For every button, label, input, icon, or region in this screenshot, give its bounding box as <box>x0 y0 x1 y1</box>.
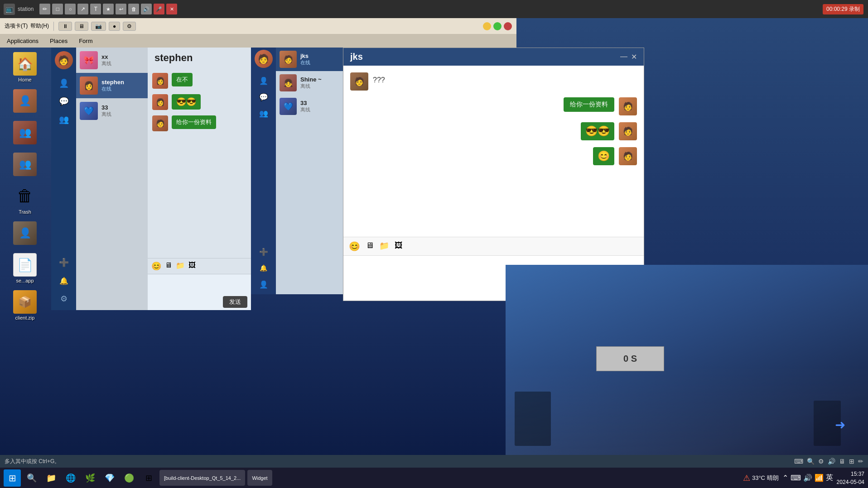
add-friend-icon[interactable]: ➕ <box>56 255 72 270</box>
contact-33[interactable]: 💙 33 离线 <box>76 98 148 124</box>
arrow-icon[interactable]: ↗ <box>77 4 88 14</box>
contact-xx[interactable]: 🎀 xx 离线 <box>76 48 148 73</box>
close-vm-icon[interactable]: ✕ <box>166 4 177 14</box>
chat-detail-stephen: stephen 👩 在不 👩 😎😎 🧑 给你一份资料 😊 🖥 📁 🖼 发送 <box>148 48 251 310</box>
taskbar-blue-app[interactable]: 💎 <box>101 469 118 487</box>
mic-off-icon[interactable]: 🎤 <box>154 4 164 14</box>
taskbar-browser[interactable]: 🌐 <box>62 469 79 487</box>
jks-folder-btn[interactable]: 📁 <box>379 241 389 252</box>
rec-btn[interactable]: ● <box>109 22 120 31</box>
contact-stephen[interactable]: 👩 stephen 在线 <box>76 73 148 98</box>
jks-status: 在线 <box>300 59 310 66</box>
chat2-add-icon[interactable]: ➕ <box>256 244 271 259</box>
zoom-icon[interactable]: 🔍 <box>807 458 815 465</box>
undo-icon[interactable]: ↩ <box>116 4 126 14</box>
jks-screen-btn[interactable]: 🖥 <box>366 241 374 252</box>
jks-emoji-btn[interactable]: 😊 <box>349 241 360 252</box>
chat2-contact-jks[interactable]: 🧑 jks 在线 <box>276 48 343 71</box>
taskbar-clock[interactable]: 15:37 2024-05-04 <box>837 470 864 486</box>
desktop-icon-person3[interactable]: 👥 <box>7 153 43 177</box>
taskbar-task2[interactable]: Widget <box>247 470 272 486</box>
tray-network[interactable]: 📶 <box>815 474 824 482</box>
keyboard-icon[interactable]: ⌨ <box>794 458 803 465</box>
jks-image-btn[interactable]: 🖼 <box>395 241 403 252</box>
layout-icon[interactable]: ⊞ <box>849 458 854 465</box>
tab-places[interactable]: Places <box>48 37 70 45</box>
volume-icon[interactable]: 🔊 <box>141 4 152 14</box>
taskbar-leaf[interactable]: 🌿 <box>82 469 99 487</box>
contacts-icon[interactable]: 👤 <box>56 76 72 91</box>
systray: ⌃ ⌨ 🔊 📶 英 <box>782 473 833 483</box>
square-icon[interactable]: □ <box>52 4 63 14</box>
chat2-user-avatar[interactable]: 🧑 <box>255 50 273 68</box>
desktop-icon-person2[interactable]: 👥 <box>7 121 43 146</box>
record-timer[interactable]: 00:00:29 录制 <box>823 4 863 14</box>
display-btn[interactable]: 🖥 <box>75 22 88 31</box>
chat2-contact-33[interactable]: 💙 33 离线 <box>276 95 343 118</box>
taskbar-task1[interactable]: [build-client-Desktop_Qt_5_14_2... <box>159 470 245 486</box>
chat2-contact-shine[interactable]: 👧 Shine ~ 离线 <box>276 71 343 95</box>
taskbar-squares-app[interactable]: ⊞ <box>140 469 157 487</box>
settings-btn[interactable]: ⚙ <box>123 22 136 31</box>
desktop-icon-person1[interactable]: 👤 <box>7 89 43 114</box>
close-btn[interactable] <box>504 22 512 30</box>
vm-title: station <box>18 6 34 12</box>
highlight-icon[interactable]: ★ <box>103 4 114 14</box>
desktop-icon-home[interactable]: 🏠 Home <box>7 52 43 82</box>
chat3-minimize-btn[interactable]: — <box>620 53 627 61</box>
image-btn-stephen[interactable]: 🖼 <box>188 261 196 271</box>
pause-btn[interactable]: ⏸ <box>58 22 72 31</box>
taskbar-search[interactable]: 🔍 <box>23 469 40 487</box>
jks-msg-row-1: 🧑 ??? <box>350 72 637 91</box>
tab-form[interactable]: Form <box>77 37 95 45</box>
jks-msg-avatar-4: 🧑 <box>619 147 637 165</box>
notification-icon[interactable]: 🔔 <box>56 273 72 288</box>
edit-icon[interactable]: ✏ <box>858 458 863 465</box>
tray-volume[interactable]: 🔊 <box>803 474 812 482</box>
user-avatar[interactable]: 🧑 <box>55 51 73 69</box>
screenshot-btn[interactable]: 📷 <box>91 22 106 31</box>
desktop-icon-trash[interactable]: 🗑 Trash <box>7 184 43 215</box>
stephen-send-btn[interactable]: 发送 <box>223 296 247 308</box>
minimize-btn[interactable] <box>483 22 491 30</box>
circle-icon[interactable]: ○ <box>65 4 76 14</box>
desktop-icon-zip[interactable]: 📦 client.zip <box>7 290 43 321</box>
taskbar-right: ⚠ 33°C 晴朗 ⌃ ⌨ 🔊 📶 英 15:37 2024-05-04 <box>743 470 864 486</box>
speaker-icon[interactable]: 🔊 <box>828 458 835 465</box>
taskbar-green-app[interactable]: 🟢 <box>121 469 138 487</box>
options-menu[interactable]: 选项卡(T) <box>5 22 28 30</box>
screen-share-btn-stephen[interactable]: 🖥 <box>165 261 172 271</box>
tray-keyboard[interactable]: ⌨ <box>791 474 801 482</box>
display-icon2[interactable]: 🖥 <box>839 458 845 465</box>
stephen-toolbar: 😊 🖥 📁 🖼 <box>148 258 251 274</box>
avatar-jks: 🧑 <box>280 51 297 68</box>
folder-btn-stephen[interactable]: 📁 <box>176 261 185 271</box>
chat3-close-btn[interactable]: ✕ <box>631 53 637 61</box>
delete-icon[interactable]: 🗑 <box>128 4 139 14</box>
help-menu[interactable]: 帮助(H) <box>30 22 49 30</box>
desktop-icon-person4[interactable]: 👤 <box>7 221 43 246</box>
stephen-input[interactable]: 发送 <box>148 274 251 310</box>
emoji-btn-stephen[interactable]: 😊 <box>151 261 161 271</box>
tray-up-arrow[interactable]: ⌃ <box>782 474 788 482</box>
taskbar-app1[interactable]: 📁 <box>43 469 60 487</box>
chat2-contacts-icon[interactable]: 👤 <box>256 73 271 88</box>
status-text: 多入其中或按 Ctrl+G。 <box>5 458 60 465</box>
settings-icon2[interactable]: ⚙ <box>818 458 824 465</box>
text-icon[interactable]: T <box>90 4 101 14</box>
start-button[interactable]: ⊞ <box>4 469 21 487</box>
chat2-person-icon[interactable]: 👤 <box>256 277 271 292</box>
chat2-chat-icon[interactable]: 💬 <box>256 90 271 104</box>
tab-applications[interactable]: Applications <box>5 37 41 45</box>
chat-icon[interactable]: 💬 <box>56 94 72 109</box>
settings-chat-icon[interactable]: ⚙ <box>56 291 72 306</box>
group-icon[interactable]: 👥 <box>56 112 72 127</box>
chat3-window-controls: — ✕ <box>620 53 637 61</box>
33-2-status: 离线 <box>300 106 310 113</box>
chat2-bell-icon[interactable]: 🔔 <box>256 261 271 275</box>
contact-33-info: 33 离线 <box>101 104 111 118</box>
chat2-group-icon[interactable]: 👥 <box>256 106 271 120</box>
pencil-icon[interactable]: ✏ <box>39 4 50 14</box>
maximize-btn[interactable] <box>493 22 502 30</box>
desktop-icon-file[interactable]: 📄 se...app <box>7 253 43 283</box>
